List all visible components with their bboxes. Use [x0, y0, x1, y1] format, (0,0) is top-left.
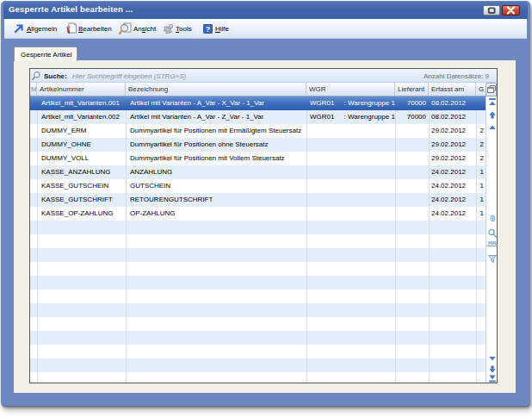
- svg-text:?: ?: [206, 25, 211, 34]
